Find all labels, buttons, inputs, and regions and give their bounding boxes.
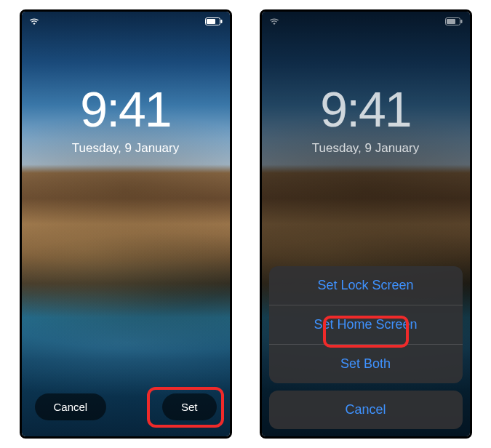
action-sheet-group: Set Lock Screen Set Home Screen Set Both	[269, 266, 463, 383]
set-lock-screen-button[interactable]: Set Lock Screen	[269, 266, 463, 305]
set-button[interactable]: Set	[162, 393, 217, 420]
clock-date: Tuesday, 9 January	[22, 141, 230, 156]
status-bar	[29, 16, 223, 26]
lock-screen-clock: 9:41 Tuesday, 9 January	[22, 84, 230, 156]
clock-time: 9:41	[22, 84, 230, 134]
action-sheet: Set Lock Screen Set Home Screen Set Both…	[269, 266, 463, 429]
clock-date: Tuesday, 9 January	[262, 141, 470, 156]
set-home-screen-button[interactable]: Set Home Screen	[269, 305, 463, 344]
wifi-icon	[29, 17, 39, 25]
clock-time: 9:41	[262, 84, 470, 134]
wifi-icon	[269, 17, 279, 25]
cancel-button[interactable]: Cancel	[35, 393, 107, 420]
svg-rect-2	[220, 20, 222, 23]
wallpaper-preview-screen: 9:41 Tuesday, 9 January Cancel Set	[20, 9, 232, 439]
set-both-button[interactable]: Set Both	[269, 344, 463, 383]
lock-screen-clock: 9:41 Tuesday, 9 January	[262, 84, 470, 156]
svg-rect-1	[207, 19, 215, 24]
svg-rect-5	[460, 20, 462, 23]
status-bar	[269, 16, 463, 26]
wallpaper-image	[22, 12, 230, 436]
battery-icon	[445, 17, 463, 25]
preview-bottom-bar: Cancel Set	[35, 393, 217, 420]
action-sheet-cancel-button[interactable]: Cancel	[269, 391, 463, 429]
set-wallpaper-action-sheet-screen: 9:41 Tuesday, 9 January Set Lock Screen …	[260, 9, 472, 439]
svg-rect-4	[447, 19, 455, 24]
battery-icon	[205, 17, 223, 25]
